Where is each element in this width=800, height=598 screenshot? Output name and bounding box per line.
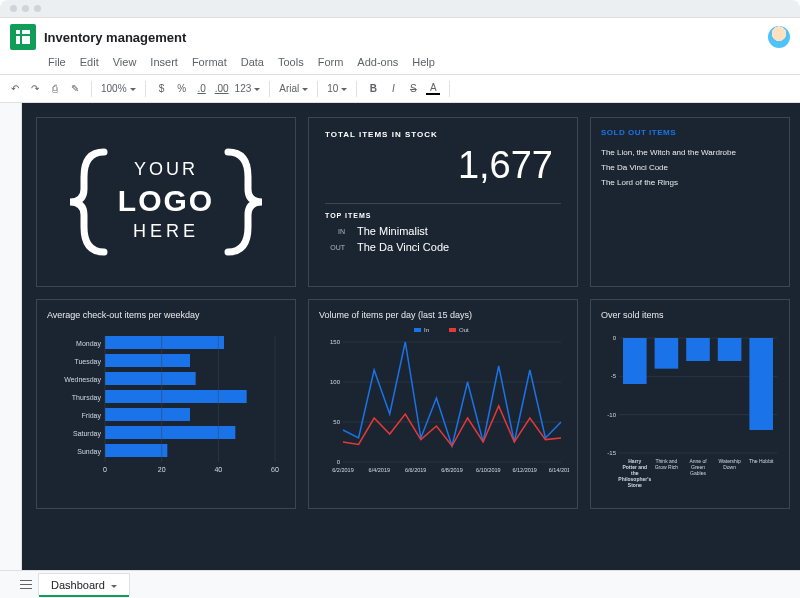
svg-text:Out: Out xyxy=(459,328,469,333)
svg-text:Grow Rich: Grow Rich xyxy=(655,464,679,470)
svg-text:The Hobbit: The Hobbit xyxy=(749,458,774,464)
avg-checkout-chart[interactable]: Average check-out items per weekday Mond… xyxy=(36,299,296,509)
spreadsheet-canvas: YOUR LOGO HERE TOTAL ITEMS IN STOCK 1,67… xyxy=(0,103,800,571)
decrease-decimal[interactable]: .0 xyxy=(195,83,209,94)
svg-text:LOGO: LOGO xyxy=(118,184,214,217)
zoom-select[interactable]: 100% xyxy=(101,83,136,94)
menu-form[interactable]: Form xyxy=(318,56,344,68)
line-chart-svg: InOut0501001506/2/20196/4/20196/6/20196/… xyxy=(319,328,569,498)
format-percent[interactable]: % xyxy=(175,83,189,94)
more-formats[interactable]: 123 xyxy=(235,83,261,94)
sheets-app-icon[interactable] xyxy=(10,24,36,50)
svg-text:6/6/2019: 6/6/2019 xyxy=(405,467,426,473)
document-title[interactable]: Inventory management xyxy=(44,30,186,45)
account-avatar[interactable] xyxy=(768,26,790,48)
svg-text:20: 20 xyxy=(158,466,166,473)
list-item: The Lion, the Witch and the Wardrobe xyxy=(601,145,779,160)
svg-text:6/14/2019: 6/14/2019 xyxy=(549,467,569,473)
menu-tools[interactable]: Tools xyxy=(278,56,304,68)
title-bar: Inventory management xyxy=(0,18,800,56)
svg-text:Monday: Monday xyxy=(76,340,101,348)
chevron-down-icon[interactable] xyxy=(111,579,117,591)
bar-chart-svg: MondayTuesdayWednesdayThursdayFridaySatu… xyxy=(47,328,287,498)
svg-text:HERE: HERE xyxy=(133,221,199,241)
svg-rect-14 xyxy=(105,426,235,439)
chart-title: Over sold items xyxy=(601,310,779,320)
redo-icon[interactable]: ↷ xyxy=(28,83,42,94)
svg-text:In: In xyxy=(424,328,429,333)
kpi-total-value: 1,677 xyxy=(325,139,561,195)
svg-text:Thursday: Thursday xyxy=(72,394,102,402)
row-gutter xyxy=(0,103,22,571)
bold-button[interactable]: B xyxy=(366,83,380,94)
kpi-top-out-item: The Da Vinci Code xyxy=(357,241,449,253)
increase-decimal[interactable]: .00 xyxy=(215,83,229,94)
chart-title: Average check-out items per weekday xyxy=(47,310,285,320)
sheet-tab-dashboard[interactable]: Dashboard xyxy=(38,573,130,596)
svg-rect-16 xyxy=(105,444,167,457)
svg-text:40: 40 xyxy=(214,466,222,473)
kpi-top-out-row: OUT The Da Vinci Code xyxy=(325,241,561,253)
svg-rect-12 xyxy=(105,408,190,421)
toolbar: ↶ ↷ ⎙ ✎ 100% $ % .0 .00 123 Arial 10 B I… xyxy=(0,75,800,103)
kpi-top-in-item: The Minimalist xyxy=(357,225,428,237)
text-color-button[interactable]: A xyxy=(426,82,440,95)
svg-text:-5: -5 xyxy=(611,373,617,379)
svg-rect-6 xyxy=(105,354,190,367)
svg-rect-65 xyxy=(718,338,742,361)
svg-text:Sunday: Sunday xyxy=(77,448,101,456)
paint-format-icon[interactable]: ✎ xyxy=(68,83,82,94)
dashboard-sheet: YOUR LOGO HERE TOTAL ITEMS IN STOCK 1,67… xyxy=(22,103,800,571)
svg-text:6/4/2019: 6/4/2019 xyxy=(369,467,390,473)
svg-text:Wednesday: Wednesday xyxy=(64,376,101,384)
svg-text:Saturday: Saturday xyxy=(73,430,102,438)
kpi-panel: TOTAL ITEMS IN STOCK 1,677 TOP ITEMS IN … xyxy=(308,117,578,287)
svg-text:100: 100 xyxy=(330,379,341,385)
all-sheets-icon[interactable] xyxy=(20,579,32,591)
menu-bar: File Edit View Insert Format Data Tools … xyxy=(0,56,800,75)
svg-rect-25 xyxy=(414,328,421,332)
menu-format[interactable]: Format xyxy=(192,56,227,68)
logo-placeholder-icon: YOUR LOGO HERE xyxy=(56,137,276,267)
svg-rect-52 xyxy=(623,338,647,384)
font-family-select[interactable]: Arial xyxy=(279,83,308,94)
menu-addons[interactable]: Add-ons xyxy=(357,56,398,68)
italic-button[interactable]: I xyxy=(386,83,400,94)
list-item: The Lord of the Rings xyxy=(601,175,779,190)
menu-edit[interactable]: Edit xyxy=(80,56,99,68)
svg-rect-27 xyxy=(449,328,456,332)
svg-rect-58 xyxy=(655,338,679,369)
volume-per-day-chart[interactable]: Volume of items per day (last 15 days) I… xyxy=(308,299,578,509)
svg-rect-68 xyxy=(749,338,773,430)
strike-button[interactable]: S xyxy=(406,83,420,94)
menu-data[interactable]: Data xyxy=(241,56,264,68)
svg-text:150: 150 xyxy=(330,339,341,345)
menu-view[interactable]: View xyxy=(113,56,137,68)
font-size-select[interactable]: 10 xyxy=(327,83,347,94)
menu-file[interactable]: File xyxy=(48,56,66,68)
format-currency[interactable]: $ xyxy=(155,83,169,94)
kpi-top-in-row: IN The Minimalist xyxy=(325,225,561,237)
browser-window-chrome xyxy=(0,0,800,18)
sheet-tab-bar: Dashboard xyxy=(0,570,800,598)
svg-text:0: 0 xyxy=(337,459,341,465)
svg-rect-61 xyxy=(686,338,710,361)
menu-help[interactable]: Help xyxy=(412,56,435,68)
svg-text:0: 0 xyxy=(103,466,107,473)
svg-text:50: 50 xyxy=(333,419,340,425)
oversold-chart[interactable]: Over sold items 0-5-10-15HarryPotter and… xyxy=(590,299,790,509)
svg-text:-15: -15 xyxy=(607,450,616,456)
menu-insert[interactable]: Insert xyxy=(150,56,178,68)
svg-text:Friday: Friday xyxy=(82,412,102,420)
svg-text:Stone: Stone xyxy=(628,482,642,488)
svg-text:Tuesday: Tuesday xyxy=(74,358,101,366)
svg-text:Gables: Gables xyxy=(690,470,706,476)
list-item: The Da Vinci Code xyxy=(601,160,779,175)
svg-rect-8 xyxy=(105,372,196,385)
sold-out-panel: SOLD OUT ITEMS The Lion, the Witch and t… xyxy=(590,117,790,287)
svg-rect-10 xyxy=(105,390,247,403)
sold-out-title: SOLD OUT ITEMS xyxy=(601,128,779,137)
undo-icon[interactable]: ↶ xyxy=(8,83,22,94)
sold-out-list: The Lion, the Witch and the Wardrobe The… xyxy=(601,145,779,191)
print-icon[interactable]: ⎙ xyxy=(48,83,62,94)
